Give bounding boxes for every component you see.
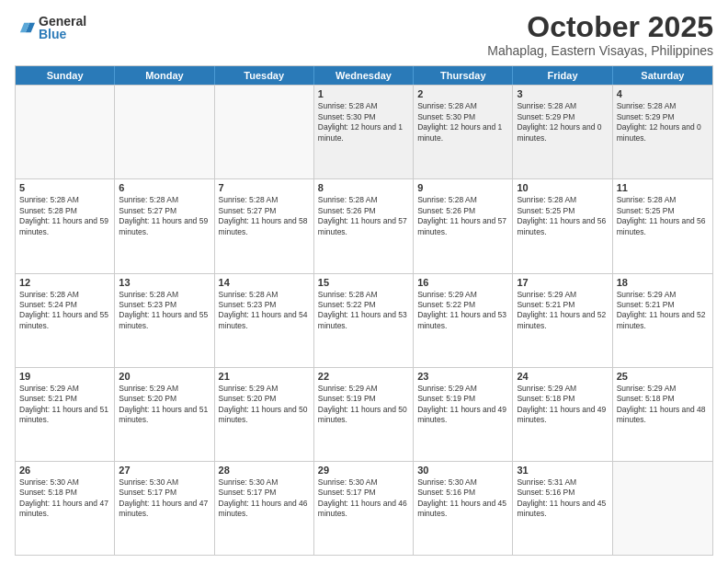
weekday-header: Thursday [414,66,513,85]
cell-details: Sunrise: 5:30 AMSunset: 5:18 PMDaylight:… [19,477,110,520]
day-number: 15 [318,277,409,288]
calendar-cell: 26Sunrise: 5:30 AMSunset: 5:18 PMDayligh… [16,462,115,555]
day-number: 9 [417,182,508,193]
subtitle: Mahaplag, Eastern Visayas, Philippines [487,43,713,58]
cell-details: Sunrise: 5:29 AMSunset: 5:21 PMDaylight:… [617,290,709,332]
day-number: 13 [119,277,210,288]
calendar-cell [613,462,712,555]
cell-details: Sunrise: 5:29 AMSunset: 5:20 PMDaylight:… [219,384,310,426]
day-number: 14 [219,277,310,288]
cell-details: Sunrise: 5:29 AMSunset: 5:22 PMDaylight:… [417,290,508,332]
calendar-cell: 12Sunrise: 5:28 AMSunset: 5:24 PMDayligh… [16,274,115,367]
cell-details: Sunrise: 5:29 AMSunset: 5:19 PMDaylight:… [417,384,508,426]
cell-details: Sunrise: 5:30 AMSunset: 5:17 PMDaylight:… [318,477,409,520]
calendar-cell: 5Sunrise: 5:28 AMSunset: 5:28 PMDaylight… [16,179,115,272]
cell-details: Sunrise: 5:28 AMSunset: 5:25 PMDaylight:… [617,195,709,237]
calendar-cell: 7Sunrise: 5:28 AMSunset: 5:27 PMDaylight… [215,179,314,272]
page-container: General Blue October 2025 Mahaplag, East… [0,0,728,563]
day-number: 1 [318,88,409,99]
day-number: 12 [19,277,110,288]
cell-details: Sunrise: 5:29 AMSunset: 5:18 PMDaylight:… [617,384,709,426]
cell-details: Sunrise: 5:28 AMSunset: 5:23 PMDaylight:… [119,290,210,332]
day-number: 21 [219,371,310,382]
cell-details: Sunrise: 5:28 AMSunset: 5:26 PMDaylight:… [417,195,508,237]
calendar-cell: 10Sunrise: 5:28 AMSunset: 5:25 PMDayligh… [513,179,612,272]
calendar-cell: 13Sunrise: 5:28 AMSunset: 5:23 PMDayligh… [115,274,214,367]
calendar-cell: 17Sunrise: 5:29 AMSunset: 5:21 PMDayligh… [513,274,612,367]
day-number: 27 [119,465,210,476]
cell-details: Sunrise: 5:29 AMSunset: 5:21 PMDaylight:… [19,384,110,426]
cell-details: Sunrise: 5:28 AMSunset: 5:30 PMDaylight:… [318,101,409,144]
cell-details: Sunrise: 5:28 AMSunset: 5:22 PMDaylight:… [318,290,409,332]
cell-details: Sunrise: 5:29 AMSunset: 5:19 PMDaylight:… [318,384,409,426]
calendar-cell [16,86,115,178]
cell-details: Sunrise: 5:28 AMSunset: 5:24 PMDaylight:… [19,290,110,332]
weekday-header: Sunday [16,66,115,85]
calendar-cell: 24Sunrise: 5:29 AMSunset: 5:18 PMDayligh… [513,368,612,461]
calendar-cell: 22Sunrise: 5:29 AMSunset: 5:19 PMDayligh… [314,368,414,461]
day-number: 29 [318,465,409,476]
cell-details: Sunrise: 5:28 AMSunset: 5:25 PMDaylight:… [517,195,608,237]
cell-details: Sunrise: 5:29 AMSunset: 5:18 PMDaylight:… [517,384,608,426]
day-number: 23 [417,371,508,382]
day-number: 16 [417,277,508,288]
cell-details: Sunrise: 5:28 AMSunset: 5:29 PMDaylight:… [617,101,709,144]
day-number: 3 [517,88,608,99]
weekday-header: Tuesday [215,66,314,85]
day-number: 22 [318,371,409,382]
day-number: 18 [617,277,709,288]
day-number: 7 [219,182,310,193]
calendar-cell: 18Sunrise: 5:29 AMSunset: 5:21 PMDayligh… [613,274,712,367]
calendar-row: 19Sunrise: 5:29 AMSunset: 5:21 PMDayligh… [16,367,712,461]
weekday-header: Wednesday [314,66,414,85]
calendar-cell: 25Sunrise: 5:29 AMSunset: 5:18 PMDayligh… [613,368,712,461]
calendar-row: 26Sunrise: 5:30 AMSunset: 5:18 PMDayligh… [16,461,712,555]
day-number: 30 [417,465,508,476]
calendar-row: 1Sunrise: 5:28 AMSunset: 5:30 PMDaylight… [16,85,712,178]
calendar-cell: 23Sunrise: 5:29 AMSunset: 5:19 PMDayligh… [414,368,513,461]
logo-blue: Blue [39,28,86,40]
logo: General Blue [15,15,86,40]
logo-general: General [39,15,86,28]
calendar-cell: 3Sunrise: 5:28 AMSunset: 5:29 PMDaylight… [513,86,612,178]
cell-details: Sunrise: 5:28 AMSunset: 5:30 PMDaylight:… [417,101,508,144]
calendar-cell: 14Sunrise: 5:28 AMSunset: 5:23 PMDayligh… [215,274,314,367]
calendar-cell: 8Sunrise: 5:28 AMSunset: 5:26 PMDaylight… [314,179,414,272]
weekday-header: Saturday [613,66,712,85]
weekday-header: Monday [115,66,214,85]
cell-details: Sunrise: 5:28 AMSunset: 5:27 PMDaylight:… [119,195,210,237]
header: General Blue October 2025 Mahaplag, East… [15,11,713,58]
calendar-cell: 28Sunrise: 5:30 AMSunset: 5:17 PMDayligh… [215,462,314,555]
cell-details: Sunrise: 5:30 AMSunset: 5:17 PMDaylight:… [119,477,210,520]
calendar-cell [215,86,314,178]
calendar-cell: 30Sunrise: 5:30 AMSunset: 5:16 PMDayligh… [414,462,513,555]
day-number: 10 [517,182,608,193]
day-number: 11 [617,182,709,193]
calendar-header: SundayMondayTuesdayWednesdayThursdayFrid… [16,66,712,85]
calendar-cell: 31Sunrise: 5:31 AMSunset: 5:16 PMDayligh… [513,462,612,555]
calendar-cell: 4Sunrise: 5:28 AMSunset: 5:29 PMDaylight… [613,86,712,178]
day-number: 20 [119,371,210,382]
calendar-cell: 9Sunrise: 5:28 AMSunset: 5:26 PMDaylight… [414,179,513,272]
calendar-cell: 16Sunrise: 5:29 AMSunset: 5:22 PMDayligh… [414,274,513,367]
calendar-cell: 11Sunrise: 5:28 AMSunset: 5:25 PMDayligh… [613,179,712,272]
calendar-cell: 27Sunrise: 5:30 AMSunset: 5:17 PMDayligh… [115,462,214,555]
cell-details: Sunrise: 5:28 AMSunset: 5:29 PMDaylight:… [517,101,608,144]
calendar-cell [115,86,214,178]
calendar-cell: 29Sunrise: 5:30 AMSunset: 5:17 PMDayligh… [314,462,414,555]
calendar-row: 5Sunrise: 5:28 AMSunset: 5:28 PMDaylight… [16,178,712,272]
weekday-header: Friday [513,66,612,85]
day-number: 4 [617,88,709,99]
calendar-cell: 20Sunrise: 5:29 AMSunset: 5:20 PMDayligh… [115,368,214,461]
day-number: 25 [617,371,709,382]
calendar: SundayMondayTuesdayWednesdayThursdayFrid… [15,65,713,556]
day-number: 5 [19,182,110,193]
day-number: 26 [19,465,110,476]
cell-details: Sunrise: 5:31 AMSunset: 5:16 PMDaylight:… [517,477,608,520]
cell-details: Sunrise: 5:29 AMSunset: 5:21 PMDaylight:… [517,290,608,332]
day-number: 2 [417,88,508,99]
cell-details: Sunrise: 5:28 AMSunset: 5:27 PMDaylight:… [219,195,310,237]
day-number: 6 [119,182,210,193]
day-number: 28 [219,465,310,476]
calendar-cell: 1Sunrise: 5:28 AMSunset: 5:30 PMDaylight… [314,86,414,178]
